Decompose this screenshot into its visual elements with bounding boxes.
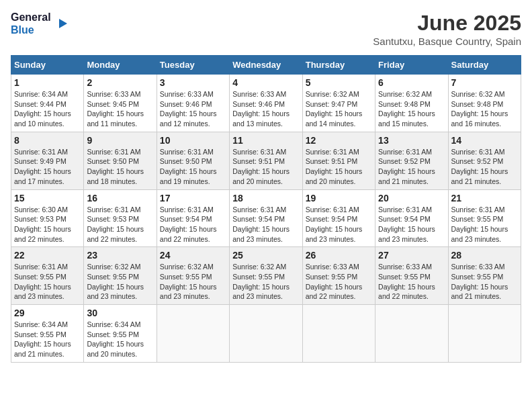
table-row: 14 Sunrise: 6:31 AM Sunset: 9:52 PM Dayl…: [448, 132, 521, 189]
svg-marker-0: [59, 19, 67, 28]
day-number: 12: [306, 135, 372, 146]
sunrise-label: Sunrise: 6:31 AM: [306, 205, 359, 214]
sunrise-label: Sunrise: 6:34 AM: [14, 320, 68, 328]
day-number: 19: [306, 193, 372, 203]
daylight-label: Daylight: 15 hours and 22 minutes.: [14, 225, 71, 243]
day-number: 29: [14, 308, 81, 318]
day-info: Sunrise: 6:31 AM Sunset: 9:51 PM Dayligh…: [306, 147, 372, 187]
sunset-label: Sunset: 9:47 PM: [306, 100, 358, 108]
sunset-label: Sunset: 9:55 PM: [232, 273, 285, 281]
table-row: 3 Sunrise: 6:33 AM Sunset: 9:46 PM Dayli…: [157, 75, 229, 132]
logo: General Blue: [11, 11, 69, 36]
header-saturday: Saturday: [448, 56, 521, 75]
day-info: Sunrise: 6:32 AM Sunset: 9:55 PM Dayligh…: [87, 262, 153, 302]
sunrise-label: Sunrise: 6:30 AM: [14, 205, 68, 214]
sunrise-label: Sunrise: 6:31 AM: [87, 205, 140, 214]
day-number: 1: [14, 77, 81, 88]
daylight-label: Daylight: 15 hours and 22 minutes.: [306, 283, 363, 301]
table-row: 18 Sunrise: 6:31 AM Sunset: 9:54 PM Dayl…: [230, 189, 302, 247]
table-row: 2 Sunrise: 6:33 AM Sunset: 9:45 PM Dayli…: [84, 75, 157, 132]
header-tuesday: Tuesday: [157, 56, 229, 75]
day-info: Sunrise: 6:31 AM Sunset: 9:54 PM Dayligh…: [378, 205, 445, 244]
sunrise-label: Sunrise: 6:34 AM: [87, 320, 140, 328]
day-info: Sunrise: 6:31 AM Sunset: 9:55 PM Dayligh…: [14, 262, 81, 302]
day-number: 27: [378, 250, 445, 261]
day-number: 8: [14, 135, 81, 146]
day-info: Sunrise: 6:32 AM Sunset: 9:47 PM Dayligh…: [306, 89, 372, 129]
sunrise-label: Sunrise: 6:33 AM: [306, 263, 359, 271]
sunset-label: Sunset: 9:46 PM: [232, 100, 285, 108]
day-number: 21: [451, 193, 518, 203]
sunset-label: Sunset: 9:54 PM: [306, 215, 358, 223]
day-number: 25: [232, 250, 299, 261]
table-row: 20 Sunrise: 6:31 AM Sunset: 9:54 PM Dayl…: [375, 189, 448, 247]
table-row: [157, 305, 229, 363]
daylight-label: Daylight: 15 hours and 18 minutes.: [87, 167, 144, 185]
header-wednesday: Wednesday: [230, 56, 302, 75]
daylight-label: Daylight: 15 hours and 23 minutes.: [87, 283, 144, 301]
header-friday: Friday: [375, 56, 448, 75]
day-info: Sunrise: 6:34 AM Sunset: 9:55 PM Dayligh…: [87, 320, 153, 359]
day-info: Sunrise: 6:33 AM Sunset: 9:46 PM Dayligh…: [160, 89, 226, 129]
day-number: 10: [160, 135, 226, 146]
day-info: Sunrise: 6:31 AM Sunset: 9:51 PM Dayligh…: [232, 147, 299, 187]
daylight-label: Daylight: 15 hours and 23 minutes.: [232, 225, 290, 243]
day-info: Sunrise: 6:31 AM Sunset: 9:54 PM Dayligh…: [232, 205, 299, 244]
day-info: Sunrise: 6:33 AM Sunset: 9:55 PM Dayligh…: [451, 262, 518, 302]
sunset-label: Sunset: 9:55 PM: [306, 273, 358, 281]
sunrise-label: Sunrise: 6:34 AM: [14, 90, 68, 98]
logo-text: General Blue: [11, 11, 51, 36]
daylight-label: Daylight: 15 hours and 11 minutes.: [87, 109, 144, 128]
daylight-label: Daylight: 15 hours and 22 minutes.: [87, 225, 144, 243]
table-row: [448, 305, 521, 363]
table-row: 11 Sunrise: 6:31 AM Sunset: 9:51 PM Dayl…: [230, 132, 302, 189]
sunrise-label: Sunrise: 6:31 AM: [378, 205, 432, 214]
daylight-label: Daylight: 15 hours and 14 minutes.: [306, 109, 363, 128]
daylight-label: Daylight: 15 hours and 21 minutes.: [378, 167, 435, 185]
sunrise-label: Sunrise: 6:33 AM: [232, 90, 286, 98]
table-row: 1 Sunrise: 6:34 AM Sunset: 9:44 PM Dayli…: [11, 75, 84, 132]
table-row: 6 Sunrise: 6:32 AM Sunset: 9:48 PM Dayli…: [375, 75, 448, 132]
sunrise-label: Sunrise: 6:31 AM: [160, 205, 214, 214]
table-row: 13 Sunrise: 6:31 AM Sunset: 9:52 PM Dayl…: [375, 132, 448, 189]
day-number: 11: [232, 135, 299, 146]
day-info: Sunrise: 6:31 AM Sunset: 9:52 PM Dayligh…: [451, 147, 518, 187]
sunset-label: Sunset: 9:51 PM: [232, 157, 285, 165]
day-number: 26: [306, 250, 372, 261]
day-number: 6: [378, 77, 445, 88]
sunrise-label: Sunrise: 6:33 AM: [160, 90, 214, 98]
table-row: 30 Sunrise: 6:34 AM Sunset: 9:55 PM Dayl…: [84, 305, 157, 363]
header-thursday: Thursday: [302, 56, 375, 75]
sunset-label: Sunset: 9:55 PM: [14, 273, 66, 281]
title-area: June 2025 Santutxu, Basque Country, Spai…: [373, 11, 521, 47]
day-info: Sunrise: 6:32 AM Sunset: 9:48 PM Dayligh…: [378, 89, 445, 129]
table-row: 29 Sunrise: 6:34 AM Sunset: 9:55 PM Dayl…: [11, 305, 84, 363]
sunset-label: Sunset: 9:48 PM: [451, 100, 504, 108]
header-sunday: Sunday: [11, 56, 84, 75]
table-row: 24 Sunrise: 6:32 AM Sunset: 9:55 PM Dayl…: [157, 247, 229, 305]
daylight-label: Daylight: 15 hours and 13 minutes.: [232, 109, 290, 128]
day-info: Sunrise: 6:33 AM Sunset: 9:46 PM Dayligh…: [232, 89, 299, 129]
day-info: Sunrise: 6:31 AM Sunset: 9:50 PM Dayligh…: [160, 147, 226, 187]
day-number: 28: [451, 250, 518, 261]
day-number: 5: [306, 77, 372, 88]
daylight-label: Daylight: 15 hours and 21 minutes.: [14, 340, 71, 358]
day-info: Sunrise: 6:30 AM Sunset: 9:53 PM Dayligh…: [14, 205, 81, 244]
table-row: 22 Sunrise: 6:31 AM Sunset: 9:55 PM Dayl…: [11, 247, 84, 305]
daylight-label: Daylight: 15 hours and 20 minutes.: [87, 340, 144, 358]
sunrise-label: Sunrise: 6:32 AM: [378, 90, 432, 98]
sunset-label: Sunset: 9:48 PM: [378, 100, 431, 108]
daylight-label: Daylight: 15 hours and 20 minutes.: [306, 167, 363, 185]
header: General Blue June 2025 Santutxu, Basque …: [11, 11, 521, 47]
day-number: 16: [87, 193, 153, 203]
sunrise-label: Sunrise: 6:31 AM: [451, 148, 505, 156]
calendar-body: 1 Sunrise: 6:34 AM Sunset: 9:44 PM Dayli…: [11, 75, 521, 363]
table-row: 12 Sunrise: 6:31 AM Sunset: 9:51 PM Dayl…: [302, 132, 375, 189]
sunset-label: Sunset: 9:52 PM: [451, 157, 504, 165]
sunset-label: Sunset: 9:52 PM: [378, 157, 431, 165]
logo-arrow-icon: [54, 16, 69, 31]
sunset-label: Sunset: 9:55 PM: [160, 273, 212, 281]
table-row: 25 Sunrise: 6:32 AM Sunset: 9:55 PM Dayl…: [230, 247, 302, 305]
sunrise-label: Sunrise: 6:31 AM: [306, 148, 359, 156]
sunset-label: Sunset: 9:51 PM: [306, 157, 358, 165]
